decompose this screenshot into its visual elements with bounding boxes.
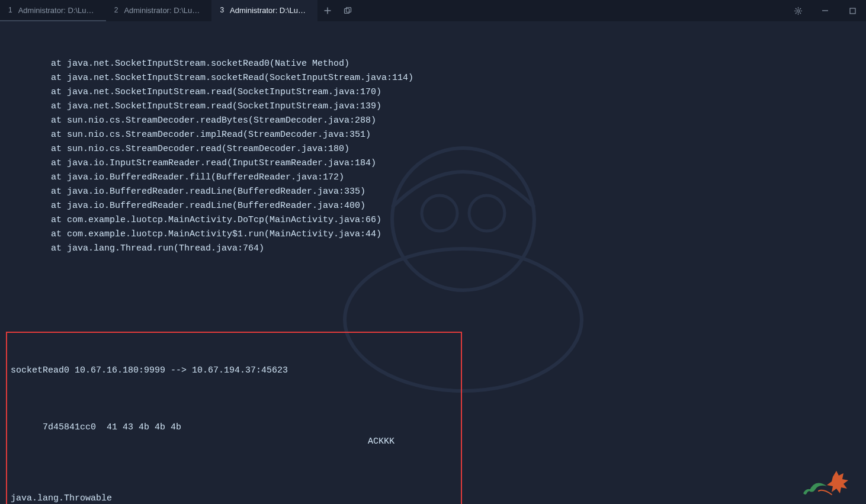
highlighted-block: socketRead0 10.67.16.180:9999 --> 10.67.… [6,332,462,504]
socket-read-header: socketRead0 10.67.16.180:9999 --> 10.67.… [9,364,457,378]
svg-rect-7 [850,8,855,14]
stack-trace-line: at java.io.InputStreamReader.read(InputS… [0,156,866,171]
svg-rect-5 [347,8,351,12]
titlebar: 1Administrator: D:\Luo...2Administrator:… [0,0,866,21]
terminal-output[interactable]: at java.net.SocketInputStream.socketRead… [0,21,866,504]
stack-trace-line: at java.net.SocketInputStream.socketRead… [0,71,866,85]
titlebar-drag-region[interactable] [358,0,784,21]
stack-trace-line: at java.net.SocketInputStream.read(Socke… [0,99,866,114]
stack-trace-line: at sun.nio.cs.StreamDecoder.readBytes(St… [0,114,866,128]
stack-trace-line: at java.io.BufferedReader.readLine(Buffe… [0,185,866,199]
stack-trace-line: at com.example.luotcp.MainActivity.DoTcp… [0,213,866,227]
tab-overview-button[interactable] [338,0,358,21]
stack-trace-line: at sun.nio.cs.StreamDecoder.implRead(Str… [0,128,866,142]
stack-trace-line: at java.lang.Thread.run(Thread.java:764) [0,242,866,256]
tab-index: 2 [114,6,118,14]
stack-trace-line: at java.net.SocketInputStream.socketRead… [0,57,866,71]
tab-2[interactable]: 2Administrator: D:\Luo... [106,0,212,21]
throwable-line: java.lang.Throwable [9,492,457,504]
svg-rect-4 [345,9,349,14]
tab-index: 1 [8,6,12,14]
tabs-container: 1Administrator: D:\Luo...2Administrator:… [0,0,317,21]
settings-button[interactable] [784,0,812,21]
ascii-decode: ACKKK [368,435,394,449]
tab-title: Administrator: D:\Luo... [124,6,201,15]
svg-point-6 [797,9,799,12]
window-controls [784,0,866,21]
stack-trace-line: at java.io.BufferedReader.readLine(Buffe… [0,199,866,213]
tab-index: 3 [220,6,224,14]
tab-1[interactable]: 1Administrator: D:\Luo... [0,0,106,21]
stack-trace-line: at com.example.luotcp.MainActivity$1.run… [0,227,866,242]
hex-bytes: 7d45841cc0 41 43 4b 4b 4b [43,422,181,432]
tab-title: Administrator: D:\Luo... [18,6,95,15]
blank-line [0,284,866,298]
maximize-button[interactable] [839,0,866,21]
stack-trace-line: at java.net.SocketInputStream.read(Socke… [0,85,866,99]
stack-trace-line: at java.io.BufferedReader.fill(BufferedR… [0,171,866,185]
stack-trace-line: at sun.nio.cs.StreamDecoder.read(StreamD… [0,142,866,156]
new-tab-button[interactable] [317,0,338,21]
tab-3[interactable]: 3Administrator: D:\Luo... [211,0,317,21]
hex-dump-line: 7d45841cc0 41 43 4b 4b 4b ACKKK [9,406,457,463]
minimize-button[interactable] [812,0,839,21]
tab-title: Administrator: D:\Luo... [230,6,307,15]
